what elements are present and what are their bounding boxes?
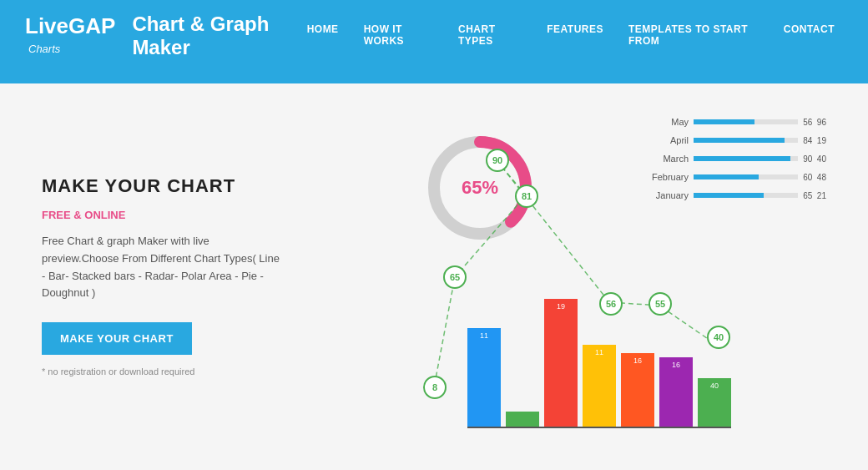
bar-4: 11 [583,345,616,428]
hbar-track-april [694,138,798,143]
bar-val-5: 16 [621,356,654,365]
bar-7: 40 [698,378,731,428]
nav-chart-types[interactable]: CHART TYPES [458,23,522,47]
nav-features[interactable]: FEATURES [547,23,603,47]
hbar-row-february: February 60 48 [643,172,826,182]
hbar-label-april: April [643,135,689,145]
dot-90: 90 [486,149,509,172]
nav-templates[interactable]: TEMPLATES TO START FROM [628,23,759,47]
hbar-row-january: January 65 21 [643,190,826,200]
hbar-track-march [694,156,798,161]
bar-1: 11 [467,328,501,428]
hbar-row-april: April 84 19 [643,135,826,145]
nav-contact[interactable]: CONTACT [784,23,835,47]
bar-2 [506,412,539,428]
hbar-row-may: May 56 96 [643,117,826,127]
hbar-vals-january: 65 21 [803,191,826,200]
hbar-track-january [694,193,798,198]
bar-val-6: 16 [659,361,693,369]
dot-81: 81 [515,184,538,208]
hero-text: MAKE YOUR CHART FREE & ONLINE Free Chart… [42,109,334,453]
no-registration-note: * no registration or download required [42,366,194,377]
hbar-vals-april: 84 19 [803,136,826,145]
hbar-vals-february: 60 48 [803,173,826,182]
logo-charts: Charts [28,43,115,55]
main-content: MAKE YOUR CHART FREE & ONLINE Free Chart… [0,83,868,470]
nav-how-it-works[interactable]: HOW IT WORKS [364,23,433,47]
logo-live: Live [25,13,68,38]
visualization-area: 65% 90 81 65 8 56 55 40 11 19 [334,109,843,453]
main-nav: HOME HOW IT WORKS CHART TYPES FEATURES T… [307,15,835,53]
bar-3: 19 [544,299,578,428]
hbar-track-may [694,119,798,124]
hero-description: Free Chart & graph Maker with live previ… [42,233,284,302]
hero-subtitle: FREE & ONLINE [42,209,334,221]
hbar-label-february: February [643,172,689,182]
bar-5: 16 [621,353,654,428]
logo[interactable]: LiveGAP Charts [25,13,115,55]
dot-65: 65 [443,265,467,289]
bar-val-3: 19 [544,302,578,311]
site-title: Chart & Graph Maker [132,8,306,59]
bar-val-4: 11 [583,348,616,356]
nav-home[interactable]: HOME [307,23,339,47]
bar-6: 16 [659,357,693,428]
header: LiveGAP Charts Chart & Graph Maker HOME … [0,0,868,83]
hbar-vals-may: 56 96 [803,118,826,127]
hbar-track-february [694,174,798,179]
dot-8: 8 [423,376,447,399]
hbar-chart: May 56 96 April 84 19 March 90 40 [643,117,826,209]
bar-val-7: 40 [698,382,731,390]
logo-gap: GAP [68,13,115,38]
hbar-vals-march: 90 40 [803,154,826,164]
bar-val-1: 11 [467,331,501,340]
hbar-row-march: March 90 40 [643,154,826,164]
bar-chart: 11 19 11 16 [467,278,731,428]
donut-label: 65% [462,177,498,199]
hbar-label-march: March [643,154,689,164]
hbar-label-may: May [643,117,689,127]
make-chart-button[interactable]: MAKE YOUR CHART [42,322,192,355]
hbar-label-january: January [643,190,689,200]
hero-title: MAKE YOUR CHART [42,175,334,197]
